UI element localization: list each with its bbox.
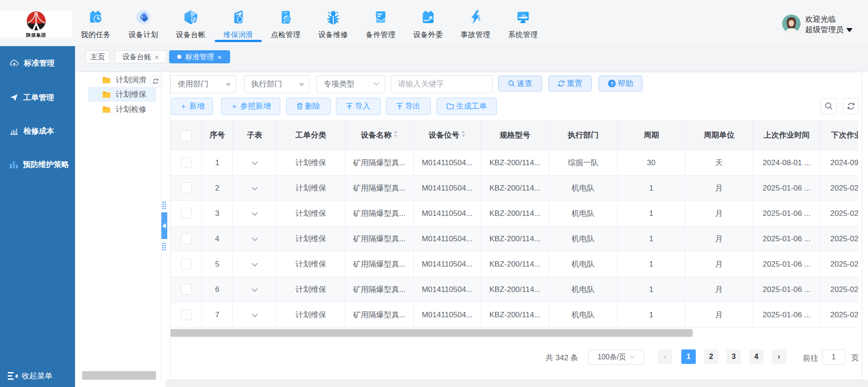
- svg-text:?: ?: [610, 81, 613, 86]
